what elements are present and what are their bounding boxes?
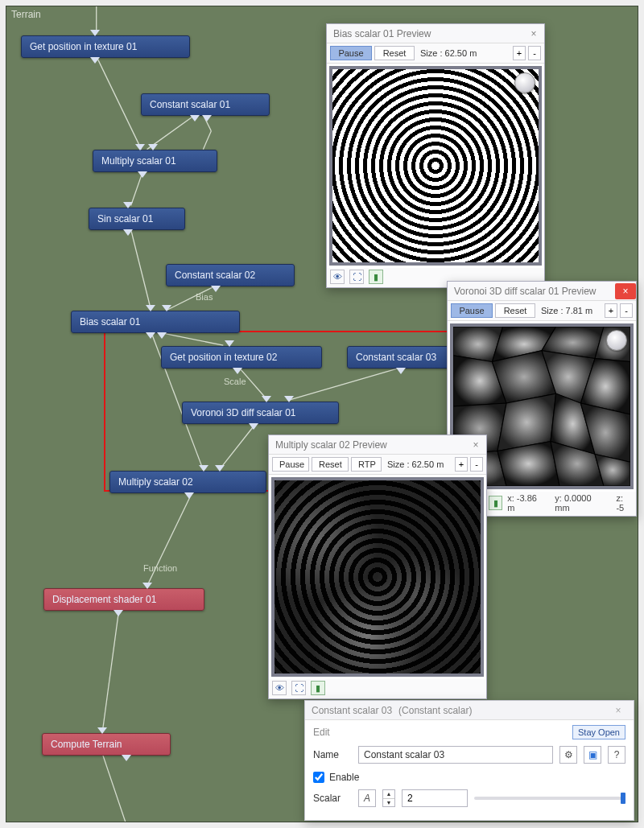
edit-menu[interactable]: Edit <box>313 727 330 738</box>
preview-toolbar: Pause Reset Size : 7.81 m + - <box>448 301 636 321</box>
flag-icon[interactable]: ▮ <box>369 270 383 284</box>
preview-title: Multiply scalar 02 Preview <box>275 439 387 451</box>
expand-icon[interactable]: ⛶ <box>291 681 306 695</box>
svg-line-1 <box>97 56 142 150</box>
svg-line-14 <box>103 611 119 730</box>
coord-y: y: 0.0000 mm <box>555 493 606 513</box>
node-label: Multiply scalar 01 <box>101 155 176 167</box>
flag-icon[interactable]: ▮ <box>311 681 325 695</box>
property-panel[interactable]: Constant scalar 03 (Constant scalar) × E… <box>304 700 634 821</box>
scalar-input[interactable] <box>402 789 468 807</box>
property-titlebar[interactable]: Constant scalar 03 (Constant scalar) × <box>305 701 634 720</box>
edge-label-function: Function <box>143 563 177 573</box>
node-graph-canvas[interactable]: Terrain Bias Scale Function Get position… <box>6 6 638 822</box>
coord-x: x: -3.86 m <box>507 493 545 513</box>
zoom-in-button[interactable]: + <box>513 46 526 60</box>
preview-toolbar: Pause Reset Size : 62.50 m + - <box>327 43 544 64</box>
property-title: Constant scalar 03 <box>312 705 392 716</box>
expand-icon[interactable]: ⛶ <box>349 270 364 284</box>
reset-button[interactable]: Reset <box>495 303 535 318</box>
node-label: Displacement shader 01 <box>52 594 156 605</box>
close-icon[interactable]: × <box>609 703 627 718</box>
flag-icon[interactable]: ▮ <box>489 496 502 510</box>
node-multiply-scalar-1[interactable]: Multiply scalar 01 <box>93 150 217 172</box>
node-label: Constant scalar 03 <box>356 352 436 363</box>
node-get-position-2[interactable]: Get position in texture 02 <box>161 346 322 369</box>
eye-icon[interactable]: 👁 <box>272 681 287 695</box>
scalar-stepper[interactable]: ▲▼ <box>382 789 395 807</box>
reset-button[interactable]: Reset <box>374 46 415 60</box>
pause-button[interactable]: Pause <box>451 303 493 318</box>
edge-label-bias: Bias <box>196 292 213 302</box>
property-type: (Constant scalar) <box>398 705 472 716</box>
coord-z: z: -5 <box>616 493 633 513</box>
size-label: Size : 62.50 m <box>417 48 480 58</box>
name-label: Name <box>313 749 352 760</box>
node-bias-scalar-1[interactable]: Bias scalar 01 <box>71 311 240 333</box>
scalar-label: Scalar <box>313 793 352 804</box>
svg-line-15 <box>103 755 126 822</box>
node-label: Voronoi 3D diff scalar 01 <box>191 407 296 418</box>
zoom-out-button[interactable]: - <box>528 46 541 60</box>
gyro-icon[interactable] <box>514 72 535 93</box>
scalar-slider[interactable] <box>474 797 625 800</box>
name-input[interactable] <box>358 746 553 764</box>
preview-multiply[interactable]: Multiply scalar 02 Preview × Pause Reset… <box>268 435 487 699</box>
node-constant-scalar-2[interactable]: Constant scalar 02 <box>166 264 295 286</box>
zoom-out-button[interactable]: - <box>620 303 633 318</box>
node-constant-scalar-1[interactable]: Constant scalar 01 <box>141 93 270 116</box>
enable-checkbox[interactable] <box>313 772 324 783</box>
image-icon[interactable]: ▣ <box>584 746 601 764</box>
node-label: Get position in texture 01 <box>30 41 137 52</box>
node-displacement-shader[interactable]: Displacement shader 01 <box>43 588 204 611</box>
preview-toolbar: Pause Reset RTP Size : 62.50 m + - <box>269 455 486 475</box>
svg-line-6 <box>131 229 151 310</box>
node-label: Bias scalar 01 <box>80 316 140 327</box>
close-icon[interactable]: × <box>523 26 544 42</box>
preview-statusbar: 👁 ⛶ ▮ <box>269 679 486 698</box>
svg-line-4 <box>203 131 211 150</box>
reset-button[interactable]: Reset <box>312 457 349 472</box>
rtp-button[interactable]: RTP <box>351 457 382 472</box>
gyro-icon[interactable] <box>606 330 627 351</box>
enable-label: Enable <box>329 772 359 783</box>
eye-icon[interactable]: 👁 <box>330 270 345 284</box>
zoom-in-button[interactable]: + <box>605 303 617 318</box>
preview-title: Voronoi 3D diff scalar 01 Preview <box>454 286 597 297</box>
node-voronoi-3d[interactable]: Voronoi 3D diff scalar 01 <box>182 402 339 424</box>
node-label: Compute Terrain <box>51 739 122 750</box>
close-icon[interactable]: × <box>615 283 636 299</box>
slider-thumb[interactable] <box>621 793 625 804</box>
node-multiply-scalar-2[interactable]: Multiply scalar 02 <box>109 471 266 493</box>
preview-image[interactable] <box>271 477 484 677</box>
zoom-out-button[interactable]: - <box>470 457 483 472</box>
preview-titlebar[interactable]: Voronoi 3D diff scalar 01 Preview × <box>448 282 636 301</box>
node-compute-terrain[interactable]: Compute Terrain <box>42 733 171 756</box>
close-icon[interactable]: × <box>465 437 486 453</box>
preview-titlebar[interactable]: Multiply scalar 02 Preview × <box>269 435 486 455</box>
node-label: Multiply scalar 02 <box>118 476 193 488</box>
node-label: Get position in texture 02 <box>170 352 277 363</box>
pause-button[interactable]: Pause <box>272 457 309 472</box>
node-label: Constant scalar 02 <box>175 270 255 281</box>
preview-titlebar[interactable]: Bias scalar 01 Preview × <box>327 24 544 43</box>
node-label: Constant scalar 01 <box>150 99 230 110</box>
rings-rough-pattern <box>275 480 481 674</box>
zoom-in-button[interactable]: + <box>455 457 468 472</box>
rings-pattern <box>332 69 539 262</box>
size-label: Size : 62.50 m <box>384 459 447 469</box>
help-icon[interactable]: ? <box>608 746 625 764</box>
node-label: Sin scalar 01 <box>97 213 153 225</box>
node-get-position-1[interactable]: Get position in texture 01 <box>21 35 190 58</box>
node-sin-scalar-1[interactable]: Sin scalar 01 <box>89 208 185 230</box>
gear-icon[interactable]: ⚙ <box>559 746 577 764</box>
preview-title: Bias scalar 01 Preview <box>333 28 431 39</box>
stay-open-button[interactable]: Stay Open <box>572 725 625 739</box>
preview-bias-scalar[interactable]: Bias scalar 01 Preview × Pause Reset Siz… <box>326 23 545 288</box>
size-label: Size : 7.81 m <box>538 306 596 315</box>
scalar-mode-icon[interactable]: A <box>358 789 376 807</box>
preview-image[interactable] <box>329 66 542 266</box>
pause-button[interactable]: Pause <box>330 46 372 60</box>
